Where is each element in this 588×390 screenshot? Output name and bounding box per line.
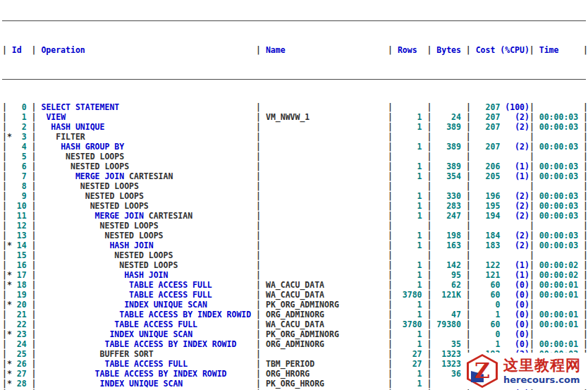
plan-row-0: | 0 | SELECT STATEMENT | | | | 207 (100)… (2, 102, 588, 112)
row-operation: HASH GROUP BY (61, 142, 124, 152)
column-separator: | (583, 290, 588, 300)
row-operation: TABLE ACCESS BY INDEX ROWID (104, 339, 236, 349)
row-bytes: 354 (431, 171, 465, 181)
row-time: 00:00:01 (534, 280, 583, 290)
operation-pad (192, 329, 256, 339)
row-cpu: (100) (500, 102, 529, 112)
row-time (534, 250, 583, 260)
logo-letter: Z (467, 354, 498, 388)
row-cost: 1 (471, 310, 501, 319)
operation-pad (124, 152, 256, 162)
column-separator: | (388, 270, 393, 280)
column-separator: | (388, 211, 393, 221)
column-separator: | (2, 201, 7, 211)
row-name (261, 191, 388, 201)
row-operation: HASH JOIN (124, 270, 168, 280)
column-separator: | (466, 45, 471, 55)
row-operation: TABLE ACCESS BY INDEX ROWID (95, 369, 227, 379)
predicate-star: * (7, 369, 12, 379)
row-bytes: 389 (431, 162, 465, 171)
column-separator: | (466, 319, 471, 329)
column-separator: | (529, 201, 534, 211)
column-separator: | (388, 122, 393, 132)
row-bytes: 198 (431, 231, 465, 240)
row-id: 1 (12, 112, 32, 122)
column-separator: | (32, 45, 37, 55)
plan-row-9: | 9 | NESTED LOOPS | | 1 | 330 | 196 (2)… (2, 191, 588, 201)
header-bytes: Bytes (431, 45, 465, 55)
column-separator: | (583, 142, 588, 152)
column-separator: | (529, 290, 534, 300)
plan-row-1: | 1 | VIEW | VM_NWVW_1 | 1 | 24 | 207 (2… (2, 112, 588, 122)
column-separator: | (466, 122, 471, 132)
row-id: 3 (12, 132, 32, 142)
column-separator: | (529, 339, 534, 349)
row-cpu: (2) (500, 211, 529, 221)
row-name (261, 162, 388, 171)
column-separator: | (388, 231, 393, 240)
row-id: 2 (12, 122, 32, 132)
row-bytes: 163 (431, 240, 465, 250)
column-separator: | (466, 102, 471, 112)
row-operation: NESTED LOOPS (119, 260, 178, 270)
row-id: 7 (12, 171, 32, 181)
column-separator: | (583, 191, 588, 201)
row-rows: 1 (393, 329, 427, 339)
row-rows: 27 (393, 359, 427, 369)
row-bytes (431, 221, 465, 231)
operation-pad (154, 349, 256, 359)
operation-pad (178, 260, 256, 270)
row-name: WA_CACU_DATA (261, 290, 388, 300)
row-bytes (431, 181, 465, 191)
row-id: 19 (12, 290, 32, 300)
row-bytes: 47 (431, 310, 465, 319)
column-separator: | (529, 250, 534, 260)
row-rows (393, 132, 427, 142)
column-separator: | (583, 181, 588, 191)
column-separator: | (256, 171, 261, 181)
plan-row-21: | 21 | TABLE ACCESS BY INDEX ROWID | ORG… (2, 310, 588, 319)
row-cpu (500, 152, 529, 162)
row-id: 14 (12, 240, 32, 250)
column-separator: | (256, 339, 261, 349)
row-bytes: 121K (431, 290, 465, 300)
plan-row-22: | 22 | TABLE ACCESS FULL | WA_CACU_DATA … (2, 319, 588, 329)
column-separator: | (256, 300, 261, 310)
predicate-star (7, 231, 12, 240)
row-rows: 1 (393, 191, 427, 201)
plan-row-20: |* 20 | INDEX UNIQUE SCAN | PK_ORG_ADMIN… (2, 300, 588, 310)
row-cost (471, 181, 501, 191)
row-time (534, 221, 583, 231)
row-operation: NESTED LOOPS (71, 162, 129, 171)
operation-indent (37, 290, 130, 300)
column-separator: | (32, 329, 37, 339)
table-header-rule (2, 79, 586, 80)
operation-pad (144, 191, 256, 201)
column-separator: | (583, 339, 588, 349)
row-name: WA_CACU_DATA (261, 280, 388, 290)
row-time (534, 329, 583, 339)
column-separator: | (2, 369, 7, 379)
row-cpu (500, 250, 529, 260)
column-separator: | (529, 122, 534, 132)
operation-pad (85, 132, 256, 142)
row-cpu: (0) (500, 280, 529, 290)
column-separator: | (583, 162, 588, 171)
column-separator: | (256, 329, 261, 339)
row-cpu: (1) (500, 270, 529, 280)
column-separator: | (388, 152, 393, 162)
row-name (261, 231, 388, 240)
row-cpu: (1) (500, 260, 529, 270)
operation-indent (37, 280, 130, 290)
column-separator: | (32, 300, 37, 310)
operation-indent (37, 201, 90, 211)
row-cost: 0 (471, 300, 501, 310)
predicate-star (7, 349, 12, 359)
column-separator: | (466, 250, 471, 260)
column-separator: | (529, 152, 534, 162)
row-name (261, 171, 388, 181)
column-separator: | (583, 329, 588, 339)
operation-pad (124, 142, 256, 152)
column-separator: | (466, 142, 471, 152)
column-separator: | (32, 280, 37, 290)
